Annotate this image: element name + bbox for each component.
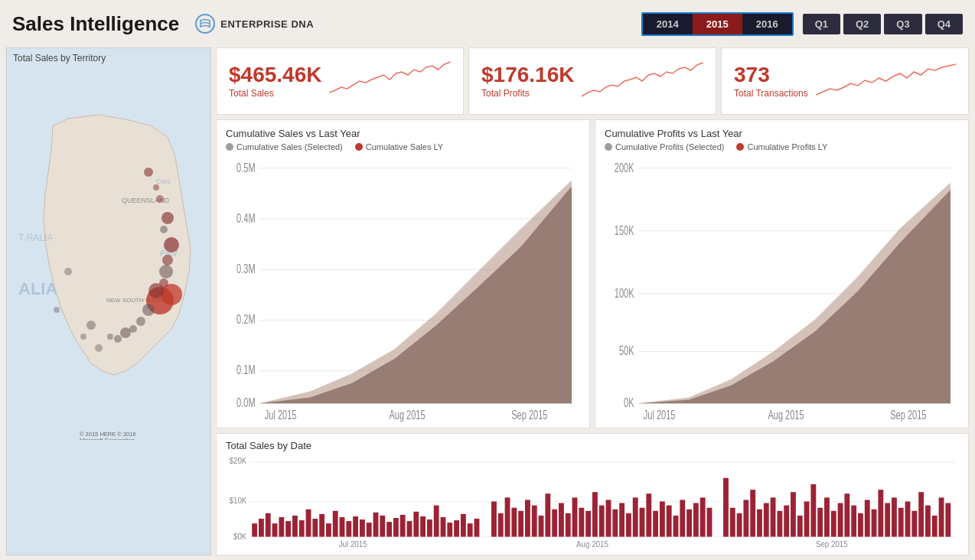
quarter-btn-q2[interactable]: Q2 [843,14,881,34]
svg-point-0 [196,15,214,33]
logo-text: ENTERPRISE DNA [220,18,314,30]
svg-rect-70 [468,523,473,536]
quarter-btn-q1[interactable]: Q1 [803,14,840,34]
svg-rect-86 [585,511,591,537]
kpi-left-profits: $176.16K Total Profits [481,63,574,99]
total-profits-value: $176.16K [481,63,574,87]
svg-rect-110 [757,510,762,537]
svg-rect-130 [892,497,897,536]
svg-rect-102 [693,503,699,537]
year-filter: 2014 2015 2016 [641,12,794,36]
cumulative-sales-area: 0.5M 0.4M 0.3M 0.2M 0.1M 0.0M Jul 2015 [226,156,580,422]
svg-rect-54 [360,519,365,537]
transactions-sparkline-svg [816,58,956,104]
svg-rect-95 [646,493,651,536]
map-area: QUEENSLAND NEW SOUTH WALES Pacif ALIA T·… [7,65,210,553]
svg-text:$10K: $10K [230,496,247,504]
cumulative-profits-title: Cumulative Profits vs Last Year [605,128,959,139]
svg-text:Sep 2015: Sep 2015 [890,409,926,422]
svg-rect-62 [413,512,419,537]
svg-rect-101 [686,510,692,537]
svg-rect-105 [723,478,729,537]
year-btn-2014[interactable]: 2014 [643,14,693,34]
australia-partial-label: ALIA [18,279,57,298]
svg-rect-127 [872,510,877,537]
legend-label-selected: Cumulative Sales (Selected) [236,142,343,151]
total-sales-label: Total Sales [229,88,321,99]
svg-rect-123 [844,493,849,536]
bubble-8 [159,265,173,278]
sales-sparkline-svg [329,58,451,104]
svg-rect-78 [532,506,537,537]
svg-rect-93 [633,497,638,536]
cumulative-row: Cumulative Sales vs Last Year Cumulative… [216,119,969,428]
svg-rect-45 [299,520,305,537]
svg-rect-117 [804,502,810,537]
tralia-label: T·RALIA [18,233,53,243]
quarter-btn-q4[interactable]: Q4 [925,14,963,34]
svg-rect-94 [640,508,645,537]
svg-rect-96 [653,511,658,537]
svg-rect-73 [498,513,504,537]
legend-dot-ly [355,143,363,151]
svg-text:0.0M: 0.0M [236,396,255,409]
legend-label-ly-profits: Cumulative Profits LY [747,142,827,151]
svg-rect-72 [491,502,497,537]
quarter-filter: Q1 Q2 Q3 Q4 [803,14,963,34]
total-profits-sparkline [582,58,703,104]
year-btn-2016[interactable]: 2016 [742,14,792,34]
bubble-7 [162,255,173,265]
cumulative-sales-svg: 0.5M 0.4M 0.3M 0.2M 0.1M 0.0M Jul 2015 [226,156,580,422]
bubble-inland-1 [64,268,72,275]
svg-rect-135 [925,506,931,537]
right-section: $465.46K Total Sales $176.16K Total Prof… [216,47,969,555]
quarter-btn-q3[interactable]: Q3 [884,14,921,34]
svg-rect-113 [777,511,782,537]
svg-text:Sep 2015: Sep 2015 [511,409,547,422]
svg-rect-43 [285,521,291,537]
svg-rect-66 [441,517,446,537]
svg-rect-71 [474,519,480,537]
cumulative-sales-chart: Cumulative Sales vs Last Year Cumulative… [216,119,590,428]
svg-rect-75 [511,508,517,537]
svg-rect-128 [878,490,883,537]
legend-dot-selected [226,143,233,151]
svg-rect-122 [838,503,843,537]
svg-rect-100 [680,500,685,536]
bubble-vic-4 [114,335,122,343]
svg-rect-69 [461,514,466,537]
svg-rect-114 [784,506,789,537]
total-profits-kpi: $176.16K Total Profits [468,47,716,115]
year-btn-2015[interactable]: 2015 [693,14,742,34]
svg-rect-57 [380,516,385,537]
svg-rect-74 [505,497,510,536]
svg-rect-39 [259,519,264,537]
svg-rect-118 [810,484,816,537]
svg-rect-131 [898,508,904,537]
svg-text:100K: 100K [615,287,634,300]
svg-rect-90 [612,510,618,537]
svg-rect-88 [599,506,605,537]
svg-text:50K: 50K [619,344,634,357]
logo-area: ENTERPRISE DNA [194,13,314,34]
svg-rect-56 [373,513,379,537]
svg-text:Aug 2015: Aug 2015 [389,409,425,422]
svg-rect-76 [518,511,523,537]
svg-rect-59 [393,518,399,537]
legend-selected-profits: Cumulative Profits (Selected) [605,142,724,151]
svg-rect-121 [831,511,836,537]
total-transactions-sparkline [816,58,956,104]
svg-rect-41 [272,523,278,536]
svg-rect-40 [266,513,271,537]
svg-text:0.2M: 0.2M [236,313,255,326]
svg-text:150K: 150K [615,224,634,237]
bottom-bar-chart: Total Sales by Date $20K $10K $0K [216,433,969,555]
svg-text:0.5M: 0.5M [236,161,255,174]
bubble-vic-1 [136,317,145,326]
svg-rect-109 [750,490,755,537]
svg-rect-82 [559,503,564,537]
profits-sparkline-svg [582,58,703,104]
bubble-inland-2 [54,307,60,313]
svg-rect-79 [539,516,544,537]
svg-rect-106 [730,508,735,537]
